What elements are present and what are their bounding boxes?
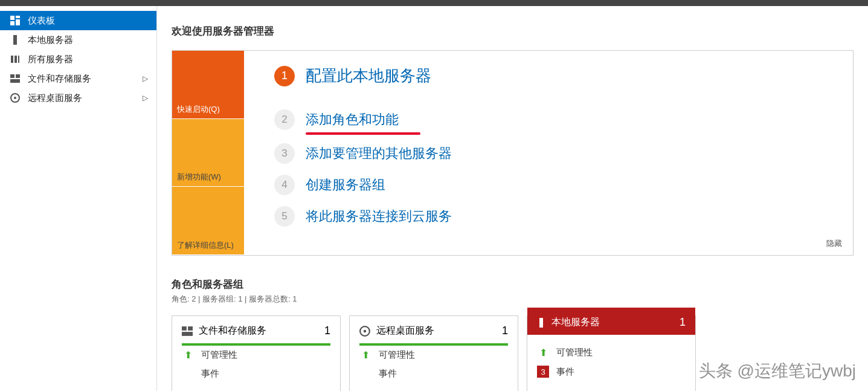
server-icon bbox=[8, 35, 22, 45]
tile-row-events[interactable]: 3 事件 bbox=[537, 362, 686, 381]
svg-rect-6 bbox=[14, 56, 17, 63]
tile-row-events[interactable]: 事件 bbox=[359, 364, 508, 383]
step-add-servers[interactable]: 3 添加要管理的其他服务器 bbox=[274, 143, 835, 164]
tile-header: 文件和存储服务 1 bbox=[182, 325, 330, 346]
remote-icon bbox=[8, 93, 22, 103]
quick-start-tab[interactable]: 快速启动(Q) bbox=[172, 51, 244, 119]
step-number: 1 bbox=[274, 66, 295, 86]
tile-title-text: 远程桌面服务 bbox=[376, 325, 434, 337]
whats-new-tab[interactable]: 新增功能(W) bbox=[172, 119, 244, 187]
svg-rect-0 bbox=[10, 16, 14, 20]
step-text: 配置此本地服务器 bbox=[306, 65, 431, 86]
tile-local-server[interactable]: 本地服务器 1 ⬆ 可管理性 3 事件 bbox=[527, 315, 696, 391]
sidebar-item-local-server[interactable]: 本地服务器 bbox=[0, 30, 156, 50]
sidebar-item-all-servers[interactable]: 所有服务器 bbox=[0, 50, 156, 69]
arrow-up-icon: ⬆ bbox=[182, 349, 194, 361]
step-number: 4 bbox=[274, 175, 295, 195]
learn-more-tab[interactable]: 了解详细信息(L) bbox=[172, 187, 244, 255]
step-number: 2 bbox=[274, 109, 295, 130]
servers-icon bbox=[8, 54, 22, 64]
svg-rect-7 bbox=[18, 56, 19, 63]
tile-header: 本地服务器 1 bbox=[527, 308, 695, 337]
sidebar: 仪表板 本地服务器 所有服务器 文件和存储服务 ▷ 远程桌面服务 bbox=[0, 6, 157, 391]
title-bar bbox=[0, 0, 868, 6]
tile-title-text: 文件和存储服务 bbox=[199, 325, 266, 337]
step-number: 3 bbox=[274, 143, 295, 164]
step-text: 添加要管理的其他服务器 bbox=[306, 144, 452, 163]
annotation-underline bbox=[306, 132, 420, 135]
tile-remote-desktop[interactable]: 远程桌面服务 1 ⬆ 可管理性 事件 bbox=[349, 315, 518, 391]
svg-rect-3 bbox=[10, 21, 14, 25]
sidebar-item-label: 本地服务器 bbox=[28, 34, 73, 46]
welcome-panel: 快速启动(Q) 新增功能(W) 了解详细信息(L) 1 配置此本地服务器 2 添… bbox=[172, 50, 854, 256]
tiles-row: 文件和存储服务 1 ⬆ 可管理性 事件 远程桌面服务 bbox=[172, 315, 854, 391]
step-number: 5 bbox=[274, 206, 295, 227]
sidebar-item-remote-desktop[interactable]: 远程桌面服务 ▷ bbox=[0, 88, 156, 108]
svg-rect-1 bbox=[16, 16, 20, 18]
sidebar-item-label: 仪表板 bbox=[28, 15, 55, 27]
step-configure-server[interactable]: 1 配置此本地服务器 bbox=[274, 65, 835, 86]
svg-rect-9 bbox=[16, 74, 20, 78]
tile-count: 1 bbox=[680, 316, 686, 329]
server-icon bbox=[537, 317, 545, 328]
welcome-left-tabs: 快速启动(Q) 新增功能(W) 了解详细信息(L) bbox=[172, 51, 244, 255]
remote-icon bbox=[359, 326, 370, 337]
roles-title: 角色和服务器组 bbox=[172, 277, 854, 291]
tile-title-text: 本地服务器 bbox=[551, 316, 600, 329]
svg-rect-18 bbox=[539, 318, 543, 328]
step-cloud-connect[interactable]: 5 将此服务器连接到云服务 bbox=[274, 206, 835, 227]
step-add-roles[interactable]: 2 添加角色和功能 bbox=[274, 109, 835, 130]
tile-row-manageability[interactable]: ⬆ 可管理性 bbox=[182, 346, 330, 364]
roles-subtitle: 角色: 2 | 服务器组: 1 | 服务器总数: 1 bbox=[172, 294, 854, 305]
sidebar-item-dashboard[interactable]: 仪表板 bbox=[0, 11, 156, 30]
svg-rect-5 bbox=[11, 56, 13, 63]
main-content: 欢迎使用服务器管理器 快速启动(Q) 新增功能(W) 了解详细信息(L) 1 配… bbox=[157, 6, 868, 391]
sidebar-item-label: 远程桌面服务 bbox=[28, 92, 82, 104]
svg-rect-4 bbox=[13, 35, 17, 45]
svg-point-12 bbox=[14, 97, 16, 99]
chevron-right-icon: ▷ bbox=[143, 94, 148, 102]
alert-badge: 3 bbox=[537, 366, 549, 378]
tile-row-manageability[interactable]: ⬆ 可管理性 bbox=[537, 343, 686, 362]
storage-icon bbox=[182, 326, 193, 336]
arrow-up-icon: ⬆ bbox=[359, 349, 371, 361]
svg-rect-14 bbox=[188, 326, 193, 331]
step-create-group[interactable]: 4 创建服务器组 bbox=[274, 175, 835, 195]
tile-header: 远程桌面服务 1 bbox=[359, 325, 508, 346]
tile-row-events[interactable]: 事件 bbox=[182, 364, 330, 383]
svg-rect-10 bbox=[10, 79, 20, 83]
chevron-right-icon: ▷ bbox=[143, 74, 148, 83]
svg-point-17 bbox=[364, 329, 367, 332]
sidebar-item-label: 文件和存储服务 bbox=[28, 73, 91, 85]
sidebar-item-file-storage[interactable]: 文件和存储服务 ▷ bbox=[0, 69, 156, 88]
tile-row-manageability[interactable]: ⬆ 可管理性 bbox=[359, 346, 508, 364]
sidebar-item-label: 所有服务器 bbox=[28, 54, 73, 65]
svg-rect-8 bbox=[10, 74, 14, 78]
tile-file-storage[interactable]: 文件和存储服务 1 ⬆ 可管理性 事件 bbox=[172, 315, 341, 391]
svg-rect-15 bbox=[182, 332, 193, 336]
dashboard-icon bbox=[8, 16, 22, 25]
welcome-title: 欢迎使用服务器管理器 bbox=[172, 24, 854, 38]
welcome-steps: 1 配置此本地服务器 2 添加角色和功能 3 添加要管理的其他服务器 4 创建服… bbox=[244, 51, 853, 255]
step-text: 添加角色和功能 bbox=[306, 111, 399, 129]
tile-count: 1 bbox=[502, 325, 508, 337]
svg-rect-13 bbox=[182, 326, 187, 331]
step-text: 将此服务器连接到云服务 bbox=[306, 207, 452, 225]
arrow-up-icon: ⬆ bbox=[537, 347, 549, 358]
svg-rect-2 bbox=[16, 19, 20, 25]
hide-button[interactable]: 隐藏 bbox=[826, 238, 842, 249]
step-text: 创建服务器组 bbox=[306, 176, 385, 194]
layout: 仪表板 本地服务器 所有服务器 文件和存储服务 ▷ 远程桌面服务 bbox=[0, 6, 868, 391]
storage-icon bbox=[8, 74, 22, 83]
tile-count: 1 bbox=[324, 325, 330, 337]
